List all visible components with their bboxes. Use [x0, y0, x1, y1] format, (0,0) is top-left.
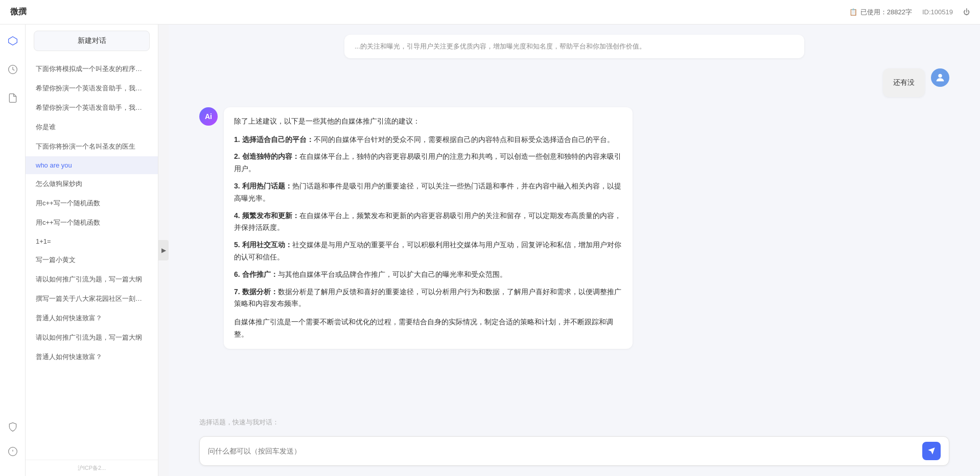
sidebar-item[interactable]: 用c++写一个随机函数: [26, 194, 158, 213]
ai-avatar: Ai: [199, 107, 218, 126]
left-nav-bottom: [5, 419, 21, 468]
header-right: 📋 已使用：28822字 ID:100519 ⏻: [849, 8, 970, 17]
sidebar-item[interactable]: 怎么做狗屎炒肉: [26, 174, 158, 194]
app-title: 微撰: [10, 7, 27, 17]
chat-input-area: [169, 430, 980, 476]
ai-point: 1. 选择适合自己的平台：不同的自媒体平台针对的受众不同，需要根据自己的内容特点…: [234, 134, 622, 146]
nav-shield-icon[interactable]: [5, 419, 21, 435]
ai-intro: 除了上述建议，以下是一些其他的自媒体推广引流的建议：: [234, 115, 622, 128]
new-conversation-button[interactable]: 新建对话: [34, 31, 150, 51]
sidebar-item[interactable]: who are you: [26, 156, 158, 174]
ai-message-bubble: 除了上述建议，以下是一些其他的自媒体推广引流的建议： 1. 选择适合自己的平台：…: [224, 107, 633, 349]
quick-topics: 选择话题，快速与我对话：: [169, 413, 980, 430]
ai-conclusion: 自媒体推广引流是一个需要不断尝试和优化的过程，需要结合自身的实际情况，制定合适的…: [234, 316, 622, 341]
svg-point-5: [938, 74, 942, 78]
send-button[interactable]: [922, 442, 941, 460]
usage-info: 📋 已使用：28822字: [849, 8, 912, 17]
sidebar-item[interactable]: 下面你将模拟成一个叫圣友的程序员，我说...: [26, 59, 158, 79]
ai-point: 6. 合作推广：与其他自媒体平台或品牌合作推广，可以扩大自己的曝光率和受众范围。: [234, 269, 622, 281]
ai-point: 2. 创造独特的内容：在自媒体平台上，独特的内容更容易吸引用户的注意力和共鸣，可…: [234, 151, 622, 175]
ai-message-row: Ai 除了上述建议，以下是一些其他的自媒体推广引流的建议： 1. 选择适合自己的…: [199, 107, 949, 349]
usage-text: 已使用：28822字: [860, 8, 912, 17]
user-message-bubble: 还有没: [883, 68, 925, 97]
sidebar-footer: 沪ICP备2...: [26, 460, 158, 476]
sidebar-items-list: 下面你将模拟成一个叫圣友的程序员，我说...希望你扮演一个英语发音助手，我提供给…: [26, 57, 158, 460]
sidebar-item[interactable]: 下面你将扮演一个名叫圣友的医生: [26, 137, 158, 156]
truncated-message-text: ...的关注和曝光，引导用户关注更多优质内容，增加曝光度和知名度，帮助平台和你加…: [355, 42, 646, 50]
chat-input[interactable]: [208, 447, 918, 455]
sidebar-item[interactable]: 撰写一篇关于八大家花园社区一刻钟便民生...: [26, 289, 158, 308]
left-nav: [0, 25, 26, 476]
sidebar-item[interactable]: 写一篇小黄文: [26, 250, 158, 270]
sidebar-item[interactable]: 你是谁: [26, 117, 158, 137]
chat-area: ...的关注和曝光，引导用户关注更多优质内容，增加曝光度和知名度，帮助平台和你加…: [169, 25, 980, 476]
sidebar-item[interactable]: 1+1=: [26, 232, 158, 250]
sidebar-item[interactable]: 用c++写一个随机函数: [26, 213, 158, 232]
quick-topics-label: 选择话题，快速与我对话：: [199, 418, 279, 426]
sidebar-item[interactable]: 请以如何推广引流为题，写一篇大纲: [26, 328, 158, 347]
ai-points-container: 1. 选择适合自己的平台：不同的自媒体平台针对的受众不同，需要根据自己的内容特点…: [234, 134, 622, 311]
sidebar: 新建对话 下面你将模拟成一个叫圣友的程序员，我说...希望你扮演一个英语发音助手…: [26, 25, 158, 476]
sidebar-item[interactable]: 请以如何推广引流为题，写一篇大纲: [26, 270, 158, 289]
ai-point: 4. 频繁发布和更新：在自媒体平台上，频繁发布和更新的内容更容易吸引用户的关注和…: [234, 210, 622, 234]
sidebar-collapse-toggle[interactable]: ▶: [158, 240, 169, 260]
sidebar-item[interactable]: 希望你扮演一个英语发音助手，我提供给你...: [26, 98, 158, 117]
header: 微撰 📋 已使用：28822字 ID:100519 ⏻: [0, 0, 980, 25]
usage-icon: 📋: [849, 8, 857, 16]
svg-marker-0: [8, 37, 17, 45]
nav-info-icon[interactable]: [5, 443, 21, 460]
ai-point: 3. 利用热门话题：热门话题和事件是吸引用户的重要途径，可以关注一些热门话题和事…: [234, 180, 622, 205]
chat-messages: ...的关注和曝光，引导用户关注更多优质内容，增加曝光度和知名度，帮助平台和你加…: [169, 25, 980, 413]
chat-input-wrapper: [199, 436, 949, 466]
main-container: 新建对话 下面你将模拟成一个叫圣友的程序员，我说...希望你扮演一个英语发音助手…: [0, 25, 980, 476]
ai-point: 7. 数据分析：数据分析是了解用户反馈和喜好的重要途径，可以分析用户行为和数据，…: [234, 286, 622, 311]
nav-document-icon[interactable]: [5, 90, 21, 106]
user-message-row: 还有没: [199, 68, 949, 97]
sidebar-item[interactable]: 希望你扮演一个英语发音助手，我提供给你...: [26, 79, 158, 98]
nav-clock-icon[interactable]: [5, 61, 21, 78]
logout-icon[interactable]: ⏻: [963, 8, 970, 16]
truncated-message: ...的关注和曝光，引导用户关注更多优质内容，增加曝光度和知名度，帮助平台和你加…: [344, 35, 804, 58]
user-avatar: [931, 68, 949, 87]
sidebar-item[interactable]: 普通人如何快速致富？: [26, 347, 158, 367]
nav-home-icon[interactable]: [5, 33, 21, 49]
user-message-text: 还有没: [893, 78, 915, 86]
ai-point: 5. 利用社交互动：社交媒体是与用户互动的重要平台，可以积极利用社交媒体与用户互…: [234, 239, 622, 264]
user-id: ID:100519: [922, 8, 953, 16]
sidebar-item[interactable]: 普通人如何快速致富？: [26, 308, 158, 328]
